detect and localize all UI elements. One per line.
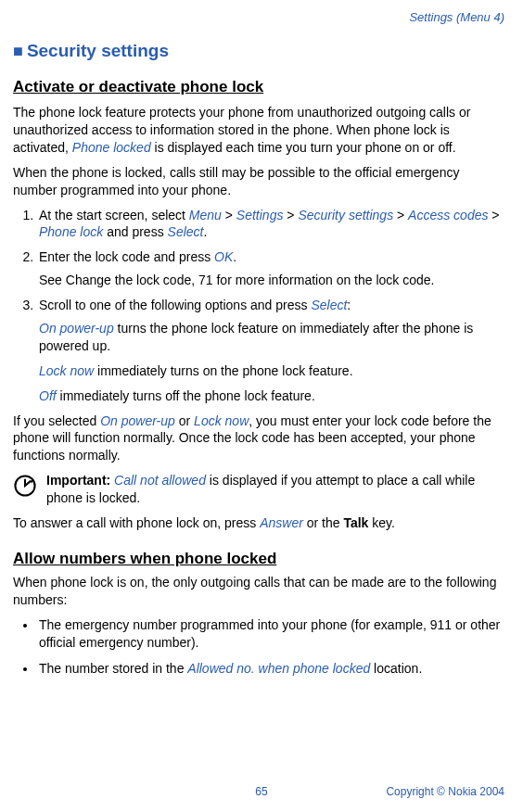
text: and press [103,224,167,239]
action-answer: Answer [260,515,303,530]
allow-list: The emergency number programmed into you… [13,616,504,679]
text: immediately turns on the phone lock feat… [94,363,352,378]
section-title: Security settings [27,41,169,60]
text: or [175,413,194,428]
menu-path-phonelock: Phone lock [39,224,103,239]
term-allowed-no: Allowed no. when phone locked [187,661,370,676]
section-title-row: ■Security settings [13,39,504,63]
text: Scroll to one of the following options a… [39,298,311,312]
para-answer: To answer a call with phone lock on, pre… [13,514,504,532]
text: or the [303,515,344,530]
term-call-not-allowed: Call not allowed [114,473,206,488]
option-on-power-up: On power-up turns the phone lock feature… [39,320,504,355]
term-on-power-up: On power-up [39,321,114,336]
term-off: Off [39,388,57,403]
action-select: Select [168,224,204,239]
term-lock-now: Lock now [39,363,94,378]
header-breadcrumb: Settings (Menu 4) [13,9,504,26]
list-item: The number stored in the Allowed no. whe… [37,660,504,678]
text: At the start screen, select [39,208,189,222]
sep: > [393,208,408,222]
para-allow-intro: When phone lock is on, the only outgoing… [13,574,504,609]
para-emergency: When the phone is locked, calls still ma… [13,164,504,199]
subheading-allow: Allow numbers when phone locked [13,549,504,570]
menu-path-menu: Menu [189,208,222,222]
page-footer: 65 Copyright © Nokia 2004 [0,784,523,799]
text: . [203,224,207,239]
section-bullet-icon: ■ [13,42,23,60]
menu-path-access: Access codes [408,208,488,222]
important-text: Important: Call not allowed is displayed… [46,472,504,507]
option-lock-now: Lock now immediately turns on the phone … [39,362,504,380]
important-note: Important: Call not allowed is displayed… [13,472,504,507]
text: location. [370,661,422,676]
sep: > [488,208,499,222]
text: immediately turns off the phone lock fea… [57,388,315,403]
list-item: The emergency number programmed into you… [37,616,504,652]
subheading-activate: Activate or deactivate phone lock [13,77,504,98]
text: The number stored in the [39,661,187,676]
para-selected: If you selected On power-up or Lock now,… [13,412,504,465]
steps-list: At the start screen, select Menu > Setti… [13,207,504,405]
step-3: Scroll to one of the following options a… [37,297,504,404]
page-number: 65 [255,784,267,799]
text: : [347,298,351,312]
para-intro: The phone lock feature protects your pho… [13,104,504,157]
step-2: Enter the lock code and press OK. See Ch… [37,248,504,289]
option-off: Off immediately turns off the phone lock… [39,387,504,405]
sep: > [283,208,298,222]
term-phone-locked: Phone locked [72,140,151,155]
action-ok: OK [214,249,233,264]
copyright: Copyright © Nokia 2004 [386,784,504,799]
action-select: Select [311,298,347,312]
text: . [233,249,236,264]
term-on-power-up: On power-up [100,413,175,428]
text: If you selected [13,413,100,428]
important-label: Important: [46,473,110,488]
text: key. [368,515,395,530]
text: To answer a call with phone lock on, pre… [13,515,260,530]
sep: > [222,208,236,222]
important-icon [13,474,37,498]
term-lock-now: Lock now [194,413,249,428]
step-2-sub: See Change the lock code, 71 for more in… [39,272,504,289]
step-1: At the start screen, select Menu > Setti… [37,207,504,242]
menu-path-security: Security settings [298,208,393,222]
text: is displayed each time you turn your pho… [151,140,456,155]
text: Enter the lock code and press [39,249,214,264]
menu-path-settings: Settings [236,208,284,222]
key-talk: Talk [343,515,368,530]
